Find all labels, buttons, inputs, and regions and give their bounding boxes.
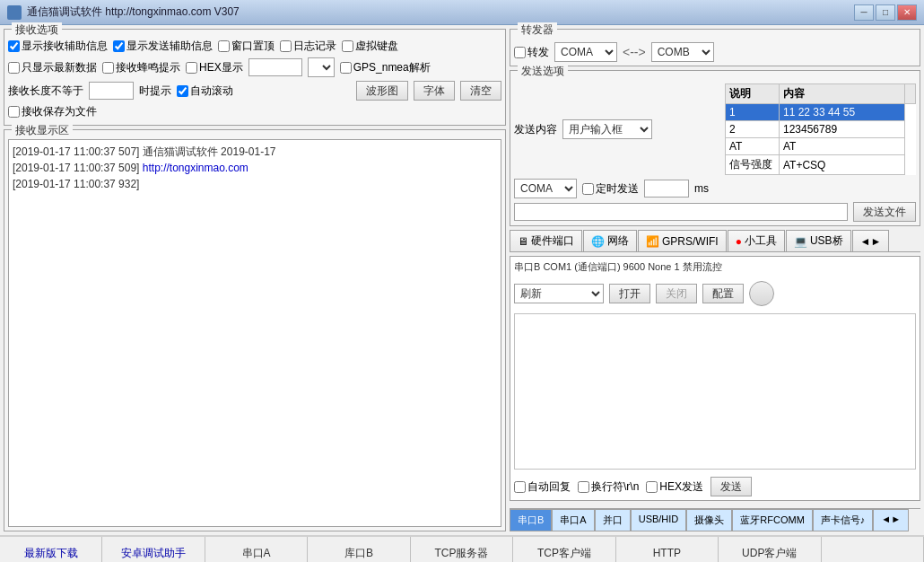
length-input[interactable]	[89, 82, 134, 100]
serial-text-area[interactable]	[514, 313, 916, 470]
tab-network[interactable]: 🌐 网络	[583, 230, 637, 251]
cb-autoscroll-input[interactable]	[177, 85, 188, 97]
cb-log-input[interactable]	[280, 40, 292, 52]
cb-hex-input[interactable]	[186, 62, 197, 74]
cb-hex[interactable]: HEX显示	[186, 60, 243, 75]
bottom-tabs: 串口B 串口A 并口 USB/HID 摄像头 蓝牙RFCOMM 声卡信号♪ ◄►	[510, 508, 920, 531]
hex-input[interactable]: 11 22 33	[248, 58, 302, 76]
table-row[interactable]: 1 11 22 33 44 55	[726, 104, 916, 121]
cb-hex-send-input[interactable]	[646, 481, 658, 493]
tab-hardware[interactable]: 🖥 硬件端口	[510, 230, 582, 251]
cb-forward-input[interactable]	[514, 47, 526, 58]
window-controls: ─ □ ✕	[854, 4, 917, 21]
tab-gprs[interactable]: 📶 GPRS/WIFI	[638, 230, 727, 251]
hex-select[interactable]	[308, 57, 335, 77]
cb-ontop-input[interactable]	[218, 40, 230, 52]
btab-usb-hid[interactable]: USB/HID	[631, 509, 687, 531]
app-icon	[7, 5, 22, 20]
status-download[interactable]: 最新版下载	[0, 537, 102, 562]
cb-savefile[interactable]: 接收保存为文件	[8, 104, 97, 119]
cb-vkbd[interactable]: 虚拟键盘	[342, 39, 398, 54]
send-options-group: 发送选项 发送内容 用户输入框 文件 说明 内容 1 1	[510, 70, 920, 226]
status-udp[interactable]: UDP客户端	[719, 537, 821, 562]
recv-options-row4: 接收保存为文件	[8, 102, 501, 121]
btab-serial-a[interactable]: 串口A	[552, 509, 594, 531]
btab-serial-b[interactable]: 串口B	[510, 509, 552, 531]
minimize-button[interactable]: ─	[854, 4, 874, 21]
status-tcp-client[interactable]: TCP客户端	[513, 537, 615, 562]
status-http[interactable]: HTTP	[616, 537, 719, 562]
serial-port-select[interactable]: 刷新	[514, 284, 604, 303]
cb-auto-reply[interactable]: 自动回复	[514, 479, 571, 495]
cb-savefile-input[interactable]	[8, 106, 20, 118]
cb-newline[interactable]: 换行符\r\n	[578, 479, 639, 495]
maximize-button[interactable]: □	[876, 4, 895, 21]
clear-button[interactable]: 清空	[460, 81, 501, 101]
cb-vkbd-input[interactable]	[342, 40, 353, 52]
cb-newline-input[interactable]	[578, 481, 589, 493]
status-empty	[822, 537, 924, 562]
cb-recv-assist-input[interactable]	[8, 40, 20, 52]
log-line: [2019-01-17 11:00:37 509] http://tongxin…	[13, 160, 497, 176]
cb-beep-input[interactable]	[102, 62, 114, 74]
status-seriala[interactable]: 串口A	[205, 537, 308, 562]
btab-more[interactable]: ◄►	[873, 509, 909, 531]
cb-send-assist-input[interactable]	[113, 40, 125, 52]
tab-more[interactable]: ◄►	[852, 230, 890, 251]
tab-tools[interactable]: ● 小工具	[728, 230, 785, 251]
btab-bluetooth[interactable]: 蓝牙RFCOMM	[732, 509, 813, 531]
btab-sound[interactable]: 声卡信号♪	[813, 509, 874, 531]
serial-close-button[interactable]: 关闭	[656, 284, 697, 303]
row4-content: AT+CSQ	[780, 155, 905, 175]
cb-ontop[interactable]: 窗口置顶	[218, 39, 275, 54]
cb-beep[interactable]: 接收蜂鸣提示	[102, 60, 180, 75]
status-serialb[interactable]: 库口B	[308, 537, 410, 562]
send-file-button[interactable]: 发送文件	[853, 202, 916, 222]
cb-gps[interactable]: GPS_nmea解析	[340, 60, 431, 75]
send-content-select[interactable]: 用户输入框 文件	[562, 119, 652, 139]
log-link[interactable]: http://tongxinmao.com	[143, 162, 248, 174]
recv-display-area[interactable]: [2019-01-17 11:00:37 507] 通信猫调试软件 2019-0…	[8, 139, 501, 527]
serial-config-button[interactable]: 配置	[702, 284, 744, 303]
serial-send-button[interactable]: 发送	[710, 477, 752, 496]
forward-to-select[interactable]: COMB COMA	[651, 42, 714, 62]
recv-options-group: 接收选项 显示接收辅助信息 显示发送辅助信息 窗口置顶 日志记录	[4, 29, 506, 126]
tools-icon: ●	[736, 235, 742, 248]
cb-forward[interactable]: 转发	[514, 45, 549, 60]
cb-log[interactable]: 日志记录	[280, 39, 336, 54]
status-android[interactable]: 安卓调试助手	[102, 537, 205, 562]
tab-usb[interactable]: 💻 USB桥	[786, 230, 851, 251]
cb-send-assist[interactable]: 显示发送辅助信息	[113, 39, 213, 54]
table-row[interactable]: 2 123456789	[726, 121, 916, 138]
cb-recv-assist[interactable]: 显示接收辅助信息	[8, 39, 108, 54]
row2-content: 123456789	[780, 121, 905, 138]
cb-auto-reply-input[interactable]	[514, 481, 526, 493]
waveform-button[interactable]: 波形图	[356, 81, 408, 101]
recv-options-row2: 只显示最新数据 接收蜂鸣提示 HEX显示 11 22 33 GPS_nmea解析	[8, 56, 501, 79]
length-hint: 时提示	[139, 83, 171, 99]
cb-timed[interactable]: 定时发送	[582, 181, 639, 197]
col-content: 内容	[780, 84, 905, 104]
cb-newest[interactable]: 只显示最新数据	[8, 60, 97, 75]
send-file-path[interactable]	[514, 203, 848, 221]
port-select[interactable]: COMA COMB	[514, 179, 577, 198]
serial-open-button[interactable]: 打开	[609, 284, 650, 303]
table-row[interactable]: 信号强度 AT+CSQ	[726, 155, 916, 175]
cb-newest-input[interactable]	[8, 62, 20, 74]
btab-parallel[interactable]: 并口	[595, 509, 631, 531]
font-button[interactable]: 字体	[414, 81, 455, 101]
btab-camera[interactable]: 摄像头	[686, 509, 732, 531]
recv-options-row1: 显示接收辅助信息 显示发送辅助信息 窗口置顶 日志记录 虚拟键盘	[8, 37, 501, 56]
cb-autoscroll[interactable]: 自动滚动	[177, 83, 233, 99]
cb-timed-input[interactable]	[582, 183, 594, 195]
table-row[interactable]: AT AT	[726, 138, 916, 155]
row2-desc: 2	[726, 121, 780, 138]
close-button[interactable]: ✕	[897, 4, 917, 21]
status-tcp-server[interactable]: TCP服务器	[411, 537, 513, 562]
col-desc: 说明	[726, 84, 780, 104]
network-icon: 🌐	[591, 235, 605, 248]
forward-from-select[interactable]: COMA COMB	[554, 42, 617, 62]
cb-hex-send[interactable]: HEX发送	[646, 479, 703, 495]
cb-gps-input[interactable]	[340, 62, 352, 74]
timed-interval[interactable]: 1000	[644, 180, 689, 198]
